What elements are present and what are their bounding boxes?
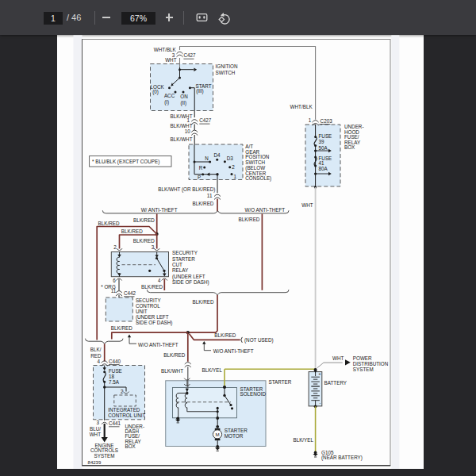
svg-text:(NOT USED): (NOT USED): [244, 337, 274, 344]
svg-text:BOX: BOX: [344, 144, 355, 150]
svg-text:BLK/RED: BLK/RED: [163, 352, 185, 358]
svg-text:6: 6: [113, 278, 116, 283]
svg-text:BLK/RED: BLK/RED: [121, 228, 143, 234]
svg-text:BLK/: BLK/: [90, 347, 102, 352]
svg-text:BLK/RED: BLK/RED: [192, 201, 213, 206]
svg-text:BLK/WHT: BLK/WHT: [171, 136, 193, 142]
svg-text:1: 1: [234, 174, 237, 179]
svg-text:DISTRIBUTION: DISTRIBUTION: [353, 361, 389, 367]
svg-text:50A: 50A: [319, 145, 328, 151]
svg-text:2: 2: [121, 389, 124, 394]
svg-text:* BLU/BLK (EXCEPT COUPE): * BLU/BLK (EXCEPT COUPE): [92, 159, 159, 165]
svg-text:C427: C427: [183, 52, 196, 58]
svg-text:BLK/YEL: BLK/YEL: [202, 367, 222, 373]
svg-text:11: 11: [207, 193, 213, 198]
svg-text:BLK/RED: BLK/RED: [133, 238, 155, 244]
svg-text:7.5A: 7.5A: [109, 379, 120, 385]
svg-text:W/O ANTI-THEFT: W/O ANTI-THEFT: [245, 207, 286, 213]
svg-text:C203: C203: [321, 118, 333, 124]
svg-text:W/O ANTI-THEFT: W/O ANTI-THEFT: [213, 348, 254, 354]
svg-text:WHT: WHT: [332, 355, 344, 361]
svg-text:84239: 84239: [88, 460, 102, 465]
svg-text:CUT: CUT: [172, 262, 182, 267]
svg-text:W/O ANTI-THEFT: W/O ANTI-THEFT: [138, 342, 178, 347]
svg-text:RELAY: RELAY: [172, 267, 189, 273]
svg-text:ON: ON: [180, 94, 188, 99]
svg-text:M: M: [215, 432, 219, 437]
svg-text:BATTERY: BATTERY: [324, 380, 347, 386]
svg-text:SIDE OF DASH): SIDE OF DASH): [172, 279, 209, 286]
svg-text:C442: C442: [124, 290, 136, 296]
svg-text:STARTER: STARTER: [172, 256, 195, 262]
svg-text:39: 39: [319, 139, 325, 144]
svg-text:SWITCH: SWITCH: [216, 70, 236, 75]
svg-text:1: 1: [309, 117, 312, 123]
svg-text:SIDE OF DASH): SIDE OF DASH): [136, 320, 173, 326]
svg-text:3: 3: [96, 420, 99, 425]
svg-text:1: 1: [186, 117, 190, 123]
svg-text:BLK/RED: BLK/RED: [238, 217, 259, 222]
svg-text:STARTER: STARTER: [269, 379, 292, 385]
svg-text:2: 2: [232, 164, 235, 170]
svg-text:2: 2: [113, 244, 117, 250]
svg-text:CONTROL UNIT: CONTROL UNIT: [108, 413, 145, 418]
svg-text:ACC: ACC: [164, 93, 175, 98]
svg-text:D4: D4: [213, 152, 221, 158]
svg-text:WHT: WHT: [301, 202, 313, 208]
svg-text:BOX: BOX: [125, 443, 136, 449]
svg-text:(III): (III): [196, 88, 203, 94]
svg-text:(0): (0): [152, 89, 159, 95]
svg-text:W/ ANTI-THEFT: W/ ANTI-THEFT: [141, 207, 178, 213]
svg-text:BLK/RED: BLK/RED: [111, 325, 132, 331]
svg-text:BLK/WHT: BLK/WHT: [161, 368, 183, 374]
svg-text:BLK/RED: BLK/RED: [193, 299, 214, 305]
svg-text:C440: C440: [109, 359, 121, 364]
svg-text:POWER: POWER: [353, 355, 372, 361]
svg-text:C441: C441: [109, 420, 121, 426]
svg-text:SECURITY: SECURITY: [172, 250, 198, 255]
svg-text:N: N: [205, 155, 209, 161]
svg-text:WHT/BLK: WHT/BLK: [154, 47, 177, 52]
svg-text:BLK/RED: BLK/RED: [98, 221, 120, 226]
svg-text:WHT/BLK: WHT/BLK: [290, 104, 313, 109]
svg-text:IGNITION: IGNITION: [216, 63, 238, 69]
svg-text:BLK/YEL: BLK/YEL: [293, 437, 313, 443]
svg-text:10: 10: [185, 129, 191, 134]
svg-text:4: 4: [97, 359, 100, 364]
svg-text:80A: 80A: [319, 166, 328, 171]
svg-text:BLK/RED: BLK/RED: [141, 284, 163, 290]
svg-text:RED: RED: [90, 353, 102, 359]
svg-text:-: -: [320, 401, 321, 405]
svg-text:(II): (II): [180, 100, 186, 106]
svg-text:D3: D3: [227, 155, 234, 161]
svg-text:+: +: [318, 371, 321, 376]
svg-text:3: 3: [152, 244, 155, 250]
svg-text:SYSTEM: SYSTEM: [353, 367, 374, 372]
svg-text:MOTOR: MOTOR: [225, 433, 244, 439]
svg-text:R: R: [199, 165, 203, 171]
svg-text:BLK/RED: BLK/RED: [214, 332, 236, 338]
svg-text:SOLENOID: SOLENOID: [240, 391, 267, 397]
svg-text:(NEAR BATTERY): (NEAR BATTERY): [321, 455, 363, 461]
svg-text:CONSOLE): CONSOLE): [245, 175, 271, 182]
svg-text:4: 4: [158, 278, 161, 283]
svg-text:C427: C427: [199, 117, 212, 123]
svg-text:BLK/RED: BLK/RED: [133, 217, 155, 223]
svg-text:P: P: [198, 175, 201, 180]
svg-text:WHT: WHT: [90, 432, 101, 437]
svg-text:WHT: WHT: [165, 57, 176, 63]
svg-text:FUSE: FUSE: [109, 368, 122, 374]
svg-text:SYSTEM: SYSTEM: [94, 453, 115, 459]
svg-text:(I): (I): [164, 99, 169, 106]
